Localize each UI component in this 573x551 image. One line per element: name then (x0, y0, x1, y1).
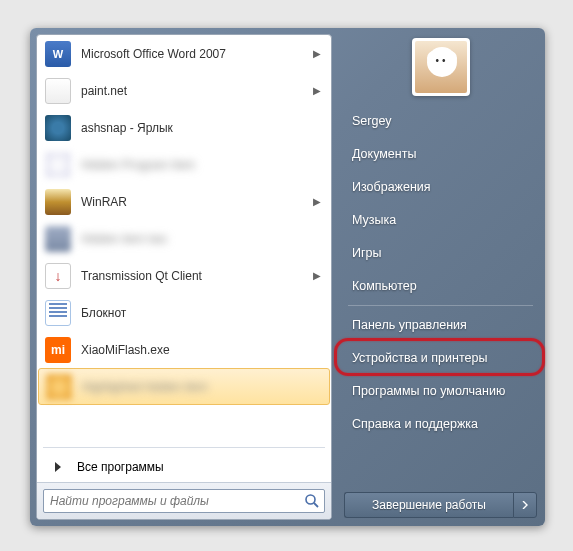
right-menu-item[interactable]: Панель управления (342, 309, 539, 341)
separator (43, 447, 325, 448)
program-item[interactable]: Hidden item two (37, 220, 331, 257)
avatar-image-icon (415, 41, 467, 93)
program-item[interactable]: paint.net▶ (37, 72, 331, 109)
start-menu: WMicrosoft Office Word 2007▶paint.net▶as… (30, 28, 545, 526)
program-item[interactable]: Hidden Program Item (37, 146, 331, 183)
program-item[interactable]: ashsnap - Ярлык (37, 109, 331, 146)
program-list: WMicrosoft Office Word 2007▶paint.net▶as… (37, 35, 331, 443)
svg-point-0 (306, 495, 315, 504)
shutdown-button[interactable]: Завершение работы (344, 492, 513, 518)
program-label: Transmission Qt Client (81, 269, 313, 283)
shutdown-options-button[interactable] (513, 492, 537, 518)
program-label: ashsnap - Ярлык (81, 121, 325, 135)
right-menu-item[interactable]: Программы по умолчанию (342, 375, 539, 407)
program-label: Hidden Program Item (81, 158, 325, 172)
search-input[interactable] (50, 494, 304, 508)
program-label: paint.net (81, 84, 313, 98)
program-label: WinRAR (81, 195, 313, 209)
right-menu-item[interactable]: Игры (342, 237, 539, 269)
chevron-right-icon (521, 501, 529, 509)
right-separator (348, 305, 533, 306)
program-item[interactable]: WMicrosoft Office Word 2007▶ (37, 35, 331, 72)
right-pane: SergeyДокументыИзображенияМузыкаИгрыКомп… (332, 34, 539, 520)
svg-line-1 (314, 503, 318, 507)
user-avatar-container (342, 38, 539, 96)
program-icon: mi (45, 337, 71, 363)
program-icon (45, 152, 71, 178)
program-label: XiaoMiFlash.exe (81, 343, 325, 357)
right-menu-item[interactable]: Изображения (342, 171, 539, 203)
program-icon (45, 189, 71, 215)
search-icon[interactable] (304, 493, 320, 509)
search-container (37, 482, 331, 519)
program-label: Microsoft Office Word 2007 (81, 47, 313, 61)
submenu-arrow-icon: ▶ (313, 85, 325, 96)
search-box[interactable] (43, 489, 325, 513)
program-icon (45, 78, 71, 104)
submenu-arrow-icon: ▶ (313, 48, 325, 59)
program-item[interactable]: Highlighted hidden item (38, 368, 330, 405)
program-icon (46, 374, 72, 400)
program-label: Highlighted hidden item (82, 380, 323, 394)
program-icon (45, 226, 71, 252)
program-item[interactable]: ↓Transmission Qt Client▶ (37, 257, 331, 294)
all-programs-label: Все программы (77, 460, 164, 474)
program-label: Hidden item two (81, 232, 325, 246)
right-menu-item[interactable]: Компьютер (342, 270, 539, 302)
right-menu-item[interactable]: Справка и поддержка (342, 408, 539, 440)
submenu-arrow-icon: ▶ (313, 196, 325, 207)
program-icon (45, 300, 71, 326)
right-menu-item[interactable]: Sergey (342, 105, 539, 137)
right-menu-item[interactable]: Документы (342, 138, 539, 170)
arrow-right-icon (49, 458, 67, 476)
program-pane: WMicrosoft Office Word 2007▶paint.net▶as… (36, 34, 332, 520)
all-programs-button[interactable]: Все программы (37, 452, 331, 482)
program-item[interactable]: WinRAR▶ (37, 183, 331, 220)
shutdown-label: Завершение работы (372, 498, 486, 512)
submenu-arrow-icon: ▶ (313, 270, 325, 281)
program-item[interactable]: Блокнот (37, 294, 331, 331)
program-icon: ↓ (45, 263, 71, 289)
program-label: Блокнот (81, 306, 325, 320)
right-menu-item[interactable]: Музыка (342, 204, 539, 236)
user-avatar[interactable] (412, 38, 470, 96)
right-item-list: SergeyДокументыИзображенияМузыкаИгрыКомп… (342, 104, 539, 488)
program-icon: W (45, 41, 71, 67)
shutdown-bar: Завершение работы (342, 488, 539, 520)
program-icon (45, 115, 71, 141)
right-menu-item[interactable]: Устройства и принтеры (342, 342, 539, 374)
program-item[interactable]: miXiaoMiFlash.exe (37, 331, 331, 368)
